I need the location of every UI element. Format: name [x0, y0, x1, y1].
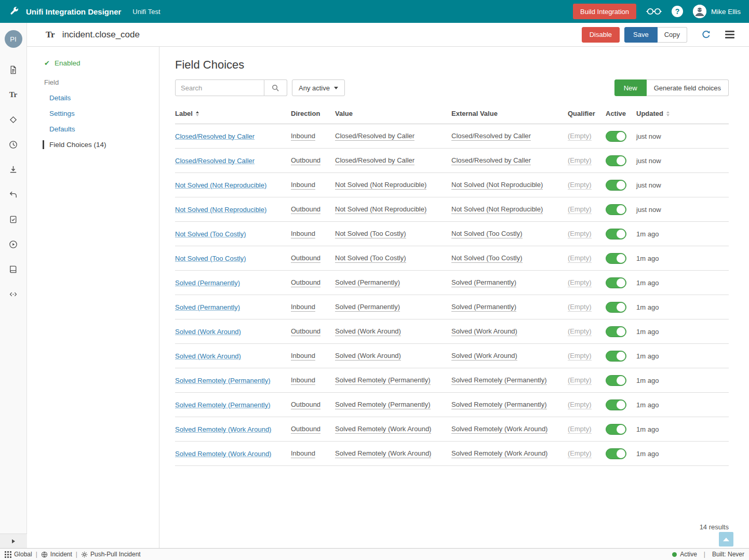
- row-qualifier[interactable]: (Empty): [568, 205, 592, 214]
- row-qualifier[interactable]: (Empty): [568, 278, 592, 287]
- active-toggle[interactable]: [606, 155, 626, 166]
- row-external-value[interactable]: Solved (Work Around): [451, 327, 517, 336]
- rail-item-code[interactable]: [0, 282, 27, 306]
- row-value[interactable]: Not Solved (Too Costly): [335, 230, 406, 238]
- row-value[interactable]: Solved Remotely (Permanently): [335, 401, 431, 409]
- row-external-value[interactable]: Solved (Permanently): [451, 278, 516, 287]
- row-label-link[interactable]: Solved (Permanently): [175, 303, 240, 311]
- user-menu[interactable]: Mike Ellis: [693, 5, 741, 18]
- column-header-external-value[interactable]: External Value: [451, 110, 568, 117]
- row-qualifier[interactable]: (Empty): [568, 303, 592, 312]
- search-input[interactable]: [175, 79, 264, 96]
- row-value[interactable]: Solved (Permanently): [335, 303, 400, 312]
- row-direction[interactable]: Outbound: [291, 327, 320, 336]
- copy-button[interactable]: Copy: [658, 27, 687, 43]
- new-button[interactable]: New: [614, 79, 647, 96]
- save-button[interactable]: Save: [624, 27, 658, 43]
- row-value[interactable]: Solved Remotely (Permanently): [335, 376, 431, 385]
- active-toggle[interactable]: [606, 253, 626, 264]
- rail-item-document[interactable]: [0, 57, 27, 82]
- row-external-value[interactable]: Solved Remotely (Work Around): [451, 449, 547, 458]
- column-header-label[interactable]: Label: [175, 110, 291, 117]
- menu-icon[interactable]: [725, 31, 734, 38]
- row-value[interactable]: Solved (Work Around): [335, 327, 401, 336]
- row-direction[interactable]: Inbound: [291, 449, 315, 458]
- row-qualifier[interactable]: (Empty): [568, 425, 592, 434]
- column-header-active[interactable]: Active: [606, 110, 636, 117]
- row-external-value[interactable]: Solved Remotely (Work Around): [451, 425, 547, 434]
- row-value[interactable]: Not Solved (Too Costly): [335, 254, 406, 263]
- row-qualifier[interactable]: (Empty): [568, 352, 592, 361]
- statusbar-integration[interactable]: Push-Pull Incident: [81, 551, 141, 558]
- row-qualifier[interactable]: (Empty): [568, 181, 592, 190]
- disable-button[interactable]: Disable: [582, 27, 620, 43]
- row-direction[interactable]: Inbound: [291, 352, 315, 361]
- row-qualifier[interactable]: (Empty): [568, 230, 592, 238]
- row-label-link[interactable]: Solved Remotely (Work Around): [175, 450, 271, 458]
- row-external-value[interactable]: Solved (Work Around): [451, 352, 517, 361]
- row-external-value[interactable]: Closed/Resolved by Caller: [451, 156, 531, 165]
- row-label-link[interactable]: Solved (Permanently): [175, 279, 240, 287]
- row-value[interactable]: Not Solved (Not Reproducible): [335, 205, 426, 214]
- row-direction[interactable]: Outbound: [291, 401, 320, 409]
- build-integration-button[interactable]: Build Integration: [573, 4, 636, 19]
- column-header-updated[interactable]: Updated: [636, 110, 729, 117]
- row-direction[interactable]: Outbound: [291, 156, 320, 165]
- active-filter-dropdown[interactable]: Any active: [292, 79, 345, 96]
- row-direction[interactable]: Outbound: [291, 205, 320, 214]
- row-qualifier[interactable]: (Empty): [568, 156, 592, 165]
- row-external-value[interactable]: Solved Remotely (Permanently): [451, 401, 547, 409]
- row-external-value[interactable]: Not Solved (Too Costly): [451, 230, 523, 238]
- rail-item-tasks[interactable]: [0, 207, 27, 232]
- row-external-value[interactable]: Not Solved (Too Costly): [451, 254, 523, 263]
- row-label-link[interactable]: Solved Remotely (Permanently): [175, 377, 271, 384]
- rail-item-field-type[interactable]: Tr: [0, 82, 27, 107]
- row-label-link[interactable]: Closed/Resolved by Caller: [175, 132, 255, 140]
- search-button[interactable]: [264, 79, 287, 96]
- row-direction[interactable]: Inbound: [291, 181, 315, 190]
- help-icon[interactable]: ?: [672, 6, 683, 17]
- active-toggle[interactable]: [606, 351, 626, 362]
- row-value[interactable]: Solved Remotely (Work Around): [335, 425, 431, 434]
- row-label-link[interactable]: Not Solved (Too Costly): [175, 255, 246, 262]
- row-external-value[interactable]: Not Solved (Not Reproducible): [451, 181, 543, 190]
- nav-item-settings[interactable]: Settings: [27, 105, 159, 121]
- row-direction[interactable]: Inbound: [291, 376, 315, 385]
- rail-item-revert[interactable]: [0, 182, 27, 207]
- row-label-link[interactable]: Not Solved (Not Reproducible): [175, 206, 266, 214]
- row-external-value[interactable]: Solved (Permanently): [451, 303, 516, 312]
- integration-avatar[interactable]: PI: [5, 30, 22, 48]
- row-direction[interactable]: Outbound: [291, 278, 320, 287]
- rail-item-history[interactable]: [0, 132, 27, 157]
- row-value[interactable]: Solved Remotely (Work Around): [335, 449, 431, 458]
- row-value[interactable]: Closed/Resolved by Caller: [335, 132, 414, 141]
- row-label-link[interactable]: Closed/Resolved by Caller: [175, 157, 255, 165]
- row-label-link[interactable]: Not Solved (Too Costly): [175, 230, 246, 238]
- row-qualifier[interactable]: (Empty): [568, 376, 592, 385]
- row-external-value[interactable]: Not Solved (Not Reproducible): [451, 205, 543, 214]
- statusbar-scope[interactable]: Global: [5, 551, 32, 558]
- column-header-qualifier[interactable]: Qualifier: [568, 110, 606, 117]
- row-external-value[interactable]: Closed/Resolved by Caller: [451, 132, 531, 141]
- active-toggle[interactable]: [606, 302, 626, 313]
- rail-item-mapping[interactable]: [0, 107, 27, 132]
- row-qualifier[interactable]: (Empty): [568, 401, 592, 409]
- nav-item-field-choices[interactable]: Field Choices (14): [27, 137, 159, 152]
- row-label-link[interactable]: Solved (Work Around): [175, 328, 241, 336]
- row-label-link[interactable]: Solved (Work Around): [175, 352, 241, 360]
- rail-item-run[interactable]: [0, 232, 27, 257]
- row-qualifier[interactable]: (Empty): [568, 327, 592, 336]
- row-label-link[interactable]: Not Solved (Not Reproducible): [175, 181, 266, 189]
- column-header-value[interactable]: Value: [335, 110, 451, 117]
- row-direction[interactable]: Inbound: [291, 303, 315, 312]
- nav-item-defaults[interactable]: Defaults: [27, 121, 159, 137]
- active-toggle[interactable]: [606, 180, 626, 191]
- rail-expand-button[interactable]: [0, 534, 27, 548]
- row-qualifier[interactable]: (Empty): [568, 449, 592, 458]
- row-direction[interactable]: Outbound: [291, 254, 320, 263]
- scroll-to-top-button[interactable]: [719, 532, 733, 546]
- row-direction[interactable]: Inbound: [291, 132, 315, 141]
- active-toggle[interactable]: [606, 448, 626, 459]
- active-toggle[interactable]: [606, 277, 626, 288]
- active-toggle[interactable]: [606, 399, 626, 410]
